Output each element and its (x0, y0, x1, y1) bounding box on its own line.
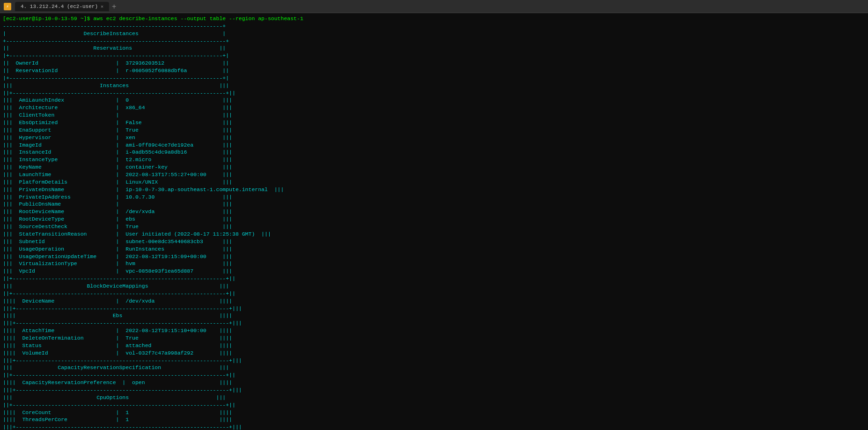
new-tab-button[interactable]: + (109, 1, 119, 12)
output-line: ||| UsageOperation | RunInstances ||| (3, 245, 865, 253)
output-line: ||+-------------------------------------… (3, 89, 865, 97)
output-line: ||| EnaSupport | True ||| (3, 126, 865, 134)
output-line: ||| InstanceId | i-0adb55c4dc9a8db16 ||| (3, 148, 865, 156)
output-line: |+--------------------------------------… (3, 74, 865, 82)
output-line: ||| CpuOptions ||| (3, 394, 865, 401)
tab-close-button[interactable]: ✕ (101, 4, 103, 9)
terminal-area[interactable]: [ec2-user@ip-10-0-13-59 ~]$ aws ec2 desc… (0, 13, 868, 430)
output-line: ||+-------------------------------------… (3, 290, 865, 297)
title-bar: ⚡ 4. 13.212.24.4 (ec2-user) ✕ + (0, 0, 868, 13)
terminal-tab[interactable]: 4. 13.212.24.4 (ec2-user) ✕ (15, 2, 109, 11)
output-line: ||| Instances ||| (3, 82, 865, 89)
output-line: ||| ImageId | ami-0ff89c4ce7de192ea ||| (3, 141, 865, 149)
output-line: ||| PublicDnsName | ||| (3, 200, 865, 208)
output-line: |||| DeviceName | /dev/xvda |||| (3, 297, 865, 305)
output-line: ||| VpcId | vpc-0858e93f1ea65d887 ||| (3, 267, 865, 275)
output-line: |||+------------------------------------… (3, 319, 865, 327)
output-line: ||| BlockDeviceMappings ||| (3, 282, 865, 290)
output-line: || OwnerId | 372936203512 || (3, 59, 865, 67)
output-line: ||| UsageOperationUpdateTime | 2022-08-1… (3, 253, 865, 260)
output-line: |||| AttachTime | 2022-08-12T19:15:10+00… (3, 327, 865, 334)
output-line: ||| Hypervisor | xen ||| (3, 134, 865, 141)
output-line: ||| PrivateIpAddress | 10.0.7.30 ||| (3, 193, 865, 201)
output-line: ||| PlatformDetails | Linux/UNIX ||| (3, 178, 865, 186)
output-line: ||| Architecture | x86_64 ||| (3, 104, 865, 111)
output-line: +---------------------------------------… (3, 37, 865, 45)
terminal-output: ----------------------------------------… (3, 22, 865, 430)
output-line: ||| LaunchTime | 2022-08-13T17:55:27+00:… (3, 171, 865, 178)
output-line: ||+-------------------------------------… (3, 401, 865, 409)
output-line: || ReservationId | r-0605052f6088dbf6a |… (3, 67, 865, 74)
output-line: ||| RootDeviceName | /dev/xvda ||| (3, 208, 865, 215)
output-line: |||| CoreCount | 1 |||| (3, 409, 865, 416)
output-line: ||| KeyName | container-key ||| (3, 163, 865, 171)
output-line: ----------------------------------------… (3, 22, 865, 30)
output-line: |||| CapacityReservationPreference | ope… (3, 379, 865, 386)
output-line: ||| VirtualizationType | hvm ||| (3, 260, 865, 267)
app-icon: ⚡ (4, 3, 11, 10)
prompt-line: [ec2-user@ip-10-0-13-59 ~]$ aws ec2 desc… (3, 15, 865, 22)
output-line: |+--------------------------------------… (3, 52, 865, 59)
output-line: ||| StateTransitionReason | User initiat… (3, 230, 865, 238)
output-line: ||| SubnetId | subnet-00e8dc35440683cb3 … (3, 238, 865, 245)
output-line: || Reservations || (3, 44, 865, 52)
output-line: ||| ClientToken | ||| (3, 111, 865, 119)
output-line: ||| RootDeviceType | ebs ||| (3, 215, 865, 223)
output-line: |||| Ebs |||| (3, 312, 865, 319)
output-line: ||| CapacityReservationSpecification ||| (3, 364, 865, 371)
output-line: ||| SourceDestCheck | True ||| (3, 223, 865, 230)
output-line: ||| EbsOptimized | False ||| (3, 119, 865, 126)
output-line: |||+------------------------------------… (3, 423, 865, 430)
output-line: |||| VolumeId | vol-032f7c47a998af292 ||… (3, 349, 865, 357)
output-line: ||+-------------------------------------… (3, 371, 865, 379)
output-line: |||+------------------------------------… (3, 357, 865, 364)
output-line: |||+------------------------------------… (3, 305, 865, 312)
output-line: |||| Status | attached |||| (3, 342, 865, 349)
output-line: ||| AmiLaunchIndex | 0 ||| (3, 96, 865, 104)
output-line: |||| DeleteOnTermination | True |||| (3, 334, 865, 342)
output-line: ||| PrivateDnsName | ip-10-0-7-30.ap-sou… (3, 186, 865, 193)
output-line: ||+-------------------------------------… (3, 275, 865, 282)
output-line: |||| ThreadsPerCore | 1 |||| (3, 416, 865, 423)
tab-label: 4. 13.212.24.4 (ec2-user) (21, 4, 98, 9)
output-line: |||+------------------------------------… (3, 386, 865, 394)
output-line: | DescribeInstances | (3, 30, 865, 37)
output-line: ||| InstanceType | t2.micro ||| (3, 156, 865, 163)
